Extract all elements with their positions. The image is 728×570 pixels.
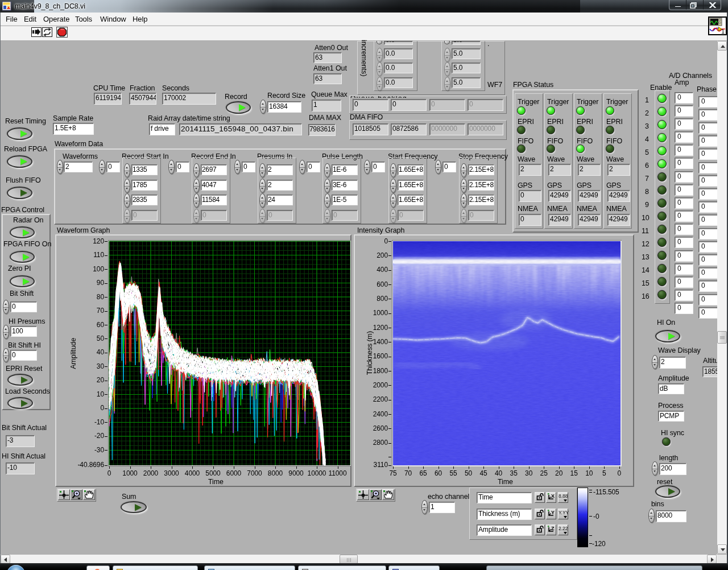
svg-text:1: 1 <box>721 28 725 34</box>
svg-text:X: X <box>551 493 555 499</box>
svg-text:Y: Y <box>551 510 555 515</box>
svg-text:Z: Z <box>551 526 555 531</box>
